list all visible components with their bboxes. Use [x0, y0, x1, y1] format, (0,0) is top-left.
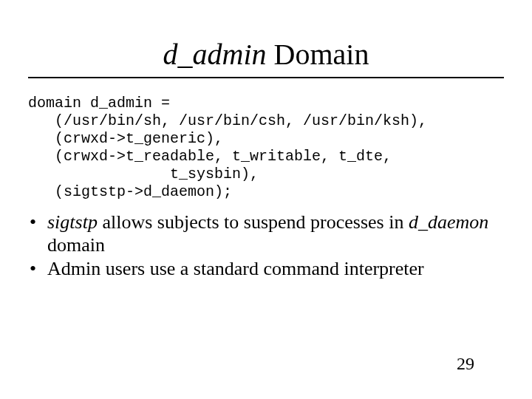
code-line: (crwxd->t_readable, t_writable, t_dte, — [28, 148, 392, 165]
title-rest: Domain — [267, 38, 369, 71]
bullet-icon: • — [30, 258, 36, 281]
bullet-italic: d_daemon — [409, 211, 488, 233]
page-number: 29 — [457, 354, 474, 374]
bullet-list: • sigtstp allows subjects to suspend pro… — [28, 211, 504, 281]
code-line: (/usr/bin/sh, /usr/bin/csh, /usr/bin/ksh… — [28, 112, 427, 129]
slide: d_admin Domain domain d_admin = (/usr/bi… — [0, 0, 532, 399]
title-block: d_admin Domain — [0, 0, 532, 71]
code-block: domain d_admin = (/usr/bin/sh, /usr/bin/… — [28, 95, 532, 201]
code-line: domain d_admin = — [28, 95, 170, 112]
bullet-text: Admin users use a standard command inter… — [47, 258, 424, 279]
bullet-italic: sigtstp — [47, 211, 98, 233]
list-item: • Admin users use a standard command int… — [28, 258, 504, 281]
bullet-text: allows subjects to suspend processes in — [98, 211, 409, 233]
code-line: t_sysbin), — [28, 166, 259, 183]
title-italic: d_admin — [163, 38, 267, 71]
bullet-icon: • — [30, 211, 36, 234]
title-underline — [28, 77, 504, 78]
code-line: (sigtstp->d_daemon); — [28, 183, 232, 200]
slide-title: d_admin Domain — [163, 38, 369, 71]
bullet-text: domain — [47, 234, 105, 256]
code-line: (crwxd->t_generic), — [28, 130, 223, 147]
list-item: • sigtstp allows subjects to suspend pro… — [28, 211, 504, 256]
